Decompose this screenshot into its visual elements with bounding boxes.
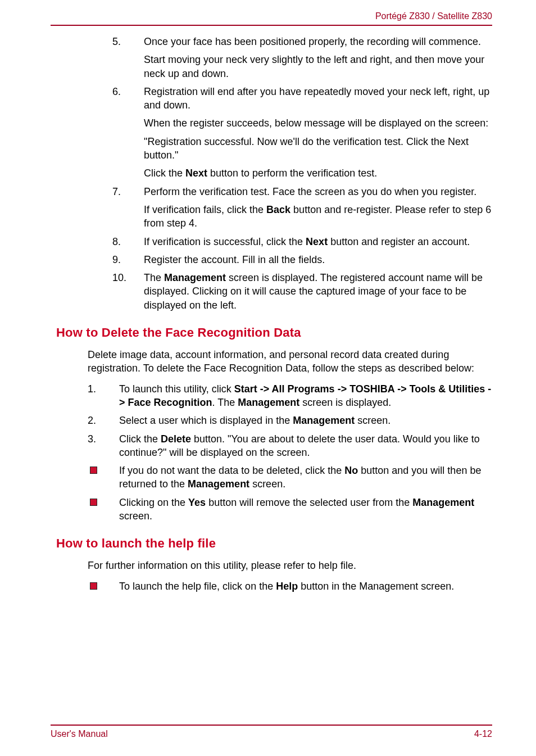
text-run: button and register an account. (328, 236, 470, 247)
top-ordered-list: 5. Once your face has been positioned pr… (112, 35, 492, 312)
text-run: button will remove the selected user fro… (206, 497, 412, 508)
section-heading-delete: How to Delete the Face Recognition Data (56, 325, 492, 340)
bold-text: Help (276, 581, 298, 592)
text-run: If you do not want the data to be delete… (119, 465, 344, 476)
list-number: 8. (112, 235, 134, 248)
text-run: screen. (249, 478, 285, 490)
list-number: 9. (112, 253, 134, 266)
list-number: 5. (112, 35, 134, 48)
page-footer: User's Manual 4-12 (39, 725, 497, 739)
list-para: The Management screen is displayed. The … (144, 271, 492, 312)
list-para: Once your face has been positioned prope… (144, 35, 492, 48)
bold-text: Back (266, 204, 290, 215)
list-item: 10. The Management screen is displayed. … (112, 271, 492, 312)
sect2-lists: To launch the help file, click on the He… (56, 580, 492, 593)
section-heading-help: How to launch the help file (56, 536, 492, 551)
list-para: If verification fails, click the Back bu… (144, 203, 492, 230)
list-number: 7. (112, 185, 134, 198)
text-run: If verification fails, click the (144, 204, 266, 215)
text-run: Click the (144, 168, 185, 179)
list-item: 6. Registration will end after you have … (112, 85, 492, 180)
list-item: 7. Perform the verification test. Face t… (112, 185, 492, 230)
content-area: 5. Once your face has been positioned pr… (39, 35, 497, 593)
list-item: 8. If verification is successful, click … (112, 235, 492, 248)
list-number: 3. (88, 432, 109, 446)
text-run: To launch this utility, click (119, 383, 234, 395)
sect1-ordered-list: 1. To launch this utility, click Start -… (88, 382, 492, 459)
section-intro: For further information on this utility,… (56, 559, 492, 572)
text-run: Click the (119, 433, 161, 445)
text-run: . The (212, 397, 238, 408)
list-item: 9. Register the account. Fill in all the… (112, 253, 492, 266)
list-item: 3. Click the Delete button. "You are abo… (88, 432, 492, 460)
list-para: Perform the verification test. Face the … (144, 185, 492, 198)
list-number: 6. (112, 85, 134, 98)
list-para: When the register succeeds, below messag… (144, 116, 492, 130)
section-intro: Delete image data, account information, … (56, 348, 492, 375)
bold-text: Next (185, 168, 207, 179)
page-header: Portégé Z830 / Satellite Z830 (51, 11, 492, 26)
list-para: Register the account. Fill in all the fi… (144, 253, 492, 266)
bold-text: Management (412, 497, 474, 508)
sect2-bullet-list: To launch the help file, click on the He… (88, 580, 492, 593)
list-item: Clicking on the Yes button will remove t… (88, 496, 492, 523)
bold-text: Delete (161, 433, 191, 445)
footer-right: 4-12 (474, 729, 492, 739)
top-ordered-list-wrap: 5. Once your face has been positioned pr… (112, 35, 492, 312)
bold-text: Management (238, 397, 299, 408)
list-para: Click the Delete button. "You are about … (119, 432, 492, 460)
text-run: button in the Management screen. (298, 581, 454, 592)
list-item: 2. Select a user which is displayed in t… (88, 414, 492, 427)
text-run: screen is displayed. (299, 397, 391, 408)
list-para: Registration will end after you have rep… (144, 85, 492, 112)
text-run: button to perform the verification test. (207, 168, 377, 179)
list-para: To launch this utility, click Start -> A… (119, 382, 492, 410)
list-item: If you do not want the data to be delete… (88, 464, 492, 491)
list-number: 2. (88, 414, 109, 427)
text-run: To launch the help file, click on the (119, 581, 276, 592)
bold-text: Management (164, 272, 226, 283)
footer-left: User's Manual (51, 729, 108, 739)
bold-text: Management (188, 478, 249, 490)
bold-text: Management (293, 415, 355, 426)
list-item: 1. To launch this utility, click Start -… (88, 382, 492, 410)
list-para: Click the Next button to perform the ver… (144, 166, 492, 180)
list-para: Select a user which is displayed in the … (119, 414, 492, 427)
list-para: Start moving your neck very slightly to … (144, 53, 492, 80)
bold-text: No (344, 465, 358, 476)
text-run: screen. (119, 510, 152, 522)
text-run: Clicking on the (119, 497, 188, 508)
sect1-lists: 1. To launch this utility, click Start -… (56, 382, 492, 523)
list-number: 10. (112, 271, 134, 284)
text-run: If verification is successful, click the (144, 236, 306, 247)
text-run: The (144, 272, 164, 283)
list-para: "Registration successful. Now we'll do t… (144, 135, 492, 162)
bold-text: Yes (188, 497, 206, 508)
text-run: screen. (355, 415, 390, 426)
list-item: To launch the help file, click on the He… (88, 580, 492, 593)
list-item: 5. Once your face has been positioned pr… (112, 35, 492, 80)
list-number: 1. (88, 382, 109, 396)
list-para: If verification is successful, click the… (144, 235, 492, 248)
text-run: Select a user which is displayed in the (119, 415, 293, 426)
bold-text: Next (306, 236, 328, 247)
page: Portégé Z830 / Satellite Z830 5. Once yo… (0, 0, 536, 756)
sect1-bullet-list: If you do not want the data to be delete… (88, 464, 492, 523)
